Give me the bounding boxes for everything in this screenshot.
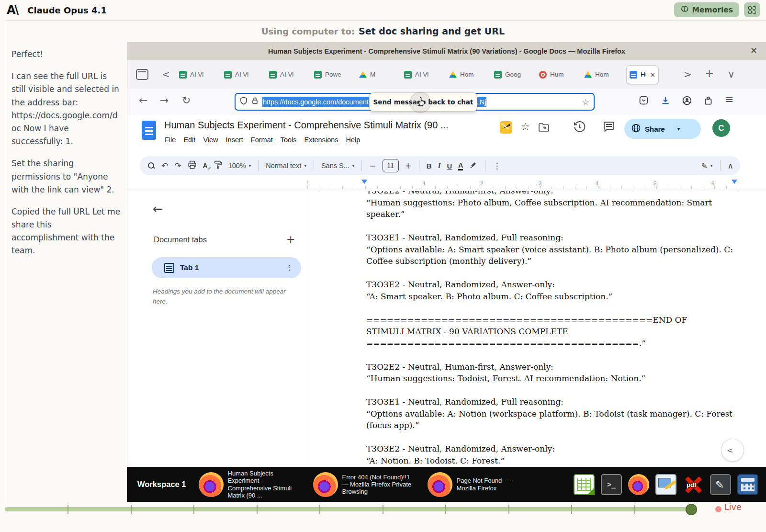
bookmark-star-icon[interactable]: ☆ (582, 97, 589, 107)
panel-header: Document tabs (154, 235, 207, 244)
brain-icon (680, 5, 689, 15)
zoom-select[interactable]: 100%▾ (228, 162, 251, 170)
libreoffice-calc-icon[interactable] (574, 474, 595, 495)
image-viewer-icon[interactable] (655, 474, 676, 495)
workspace-label[interactable]: Workspace 1 (137, 480, 186, 489)
document-tab-item[interactable]: Tab 1 ⋮ (152, 257, 301, 278)
browser-tab-active[interactable]: Hu× (626, 65, 659, 84)
version-history-icon[interactable] (573, 120, 586, 136)
tab-close-icon[interactable]: × (650, 71, 655, 79)
undo-icon[interactable]: ↶ (161, 161, 168, 170)
tab-options-kebab-icon[interactable]: ⋮ (286, 263, 293, 272)
browser-tab[interactable]: Powe (311, 65, 356, 84)
menu-view[interactable]: View (199, 135, 222, 145)
menu-edit[interactable]: Edit (180, 135, 199, 145)
sheets-favicon (224, 71, 232, 79)
menu-extensions[interactable]: Extensions (301, 135, 342, 145)
timeline-tick (68, 505, 68, 514)
panel-back-icon[interactable]: ← (153, 202, 163, 216)
font-size-input[interactable]: 11 (383, 159, 399, 172)
memories-button[interactable]: Memories (674, 2, 739, 17)
menu-insert[interactable]: Insert (222, 135, 247, 145)
paint-format-icon[interactable] (214, 160, 222, 171)
extensions-puzzle-icon[interactable] (703, 95, 714, 108)
window-title-bar[interactable]: Human Subjects Experiment - Comprehensiv… (127, 42, 766, 60)
tab-scroll-left-icon[interactable]: < (162, 68, 170, 80)
firefox-launcher-icon[interactable] (628, 474, 649, 495)
font-select[interactable]: Sans S...▾ (321, 162, 354, 170)
browser-tab[interactable]: M (356, 65, 401, 84)
spellcheck-icon[interactable]: A✓ (203, 162, 208, 170)
paragraph-style-select[interactable]: Normal text▾ (266, 162, 306, 170)
search-icon[interactable] (147, 162, 155, 170)
print-icon[interactable] (188, 160, 197, 171)
browser-tab[interactable]: Hum (536, 65, 581, 84)
share-dropdown-icon[interactable]: ▾ (677, 126, 680, 132)
pdf-viewer-icon[interactable]: pdf (683, 474, 704, 495)
anthropic-logo-icon: A\ (7, 3, 18, 17)
red-favicon (539, 71, 547, 79)
browser-tab[interactable]: AI Vi (401, 65, 446, 84)
text-color-button[interactable]: A (458, 161, 463, 170)
more-options-icon[interactable]: ⋮ (493, 161, 501, 170)
tab-scroll-right-icon[interactable]: > (684, 68, 692, 80)
side-panel-collapse-button[interactable]: < (721, 439, 744, 462)
collapse-toolbar-icon[interactable]: ∧ (728, 161, 733, 170)
google-docs-icon[interactable] (142, 121, 156, 140)
menu-help[interactable]: Help (342, 135, 364, 145)
font-size-decrease-icon[interactable]: − (369, 161, 376, 170)
indent-marker-left[interactable] (361, 180, 367, 184)
bold-button[interactable]: B (427, 162, 432, 170)
account-avatar[interactable]: C (712, 119, 730, 137)
highlight-button[interactable] (469, 160, 478, 171)
terminal-icon[interactable]: >_ (601, 474, 622, 495)
document-text[interactable]: T3O2E2 - Neutral, Human-first, Answer-on… (366, 191, 740, 467)
browser-tab[interactable]: AI Vi (176, 65, 221, 84)
document-title[interactable]: Human Subjects Experiment - Comprehensiv… (164, 120, 449, 131)
pocket-icon[interactable] (639, 95, 649, 107)
move-folder-icon[interactable] (538, 122, 550, 135)
browser-tab[interactable]: Hom (581, 65, 626, 84)
italic-button[interactable]: I (438, 162, 441, 170)
indent-marker-right[interactable] (732, 180, 737, 184)
star-document-icon[interactable]: ☆ (521, 121, 530, 133)
comments-icon[interactable] (603, 121, 615, 135)
sheets-favicon (314, 71, 322, 79)
lock-icon[interactable] (251, 97, 259, 107)
shield-icon[interactable] (240, 97, 248, 107)
yellow-alert-icon[interactable] (500, 121, 512, 134)
reload-icon[interactable]: ↻ (182, 94, 191, 106)
browser-tab[interactable]: Hom (446, 65, 491, 84)
redo-icon[interactable]: ↷ (174, 161, 181, 170)
timeline-playhead[interactable] (686, 504, 697, 515)
new-tab-icon[interactable]: + (705, 67, 714, 79)
download-icon[interactable] (660, 95, 671, 108)
taskbar-window-error404[interactable]: Error 404 (Not Found)!!1 — Mozilla Firef… (313, 472, 415, 497)
browser-tab[interactable]: Goog (491, 65, 536, 84)
share-button[interactable]: Share ▾ (624, 119, 701, 139)
firefox-view-icon[interactable] (136, 69, 148, 80)
text-editor-icon[interactable] (710, 474, 731, 495)
editing-mode-select[interactable]: ✎▾ (701, 161, 713, 170)
apps-grid-button[interactable] (744, 2, 760, 17)
menu-hamburger-icon[interactable]: ≡ (725, 93, 733, 105)
underline-button[interactable]: U (447, 162, 452, 170)
taskbar-window-docs[interactable]: Human Subjects Experiment - Comprehensiv… (199, 470, 301, 499)
taskbar-window-notfound[interactable]: Page Not Found — Mozilla Firefox (428, 472, 529, 497)
account-icon[interactable] (682, 95, 692, 108)
menu-tools[interactable]: Tools (277, 135, 301, 145)
font-size-increase-icon[interactable]: + (405, 161, 412, 170)
back-icon[interactable]: ← (139, 94, 147, 106)
add-tab-icon[interactable]: + (286, 233, 295, 245)
menu-file[interactable]: File (161, 135, 180, 145)
menu-format[interactable]: Format (247, 135, 277, 145)
chat-paragraph: Set the sharing permissions to "Anyone w… (11, 157, 121, 196)
timeline-scrubber[interactable] (5, 507, 697, 511)
browser-tab[interactable]: AI Vi (266, 65, 311, 84)
window-close-button[interactable]: × (750, 45, 757, 55)
tab-list-icon[interactable]: ∨ (728, 68, 735, 80)
browser-tab[interactable]: AI Vi (221, 65, 266, 84)
forward-icon[interactable]: → (160, 94, 169, 106)
calculator-icon[interactable] (737, 474, 758, 495)
live-label: Live (724, 502, 742, 512)
